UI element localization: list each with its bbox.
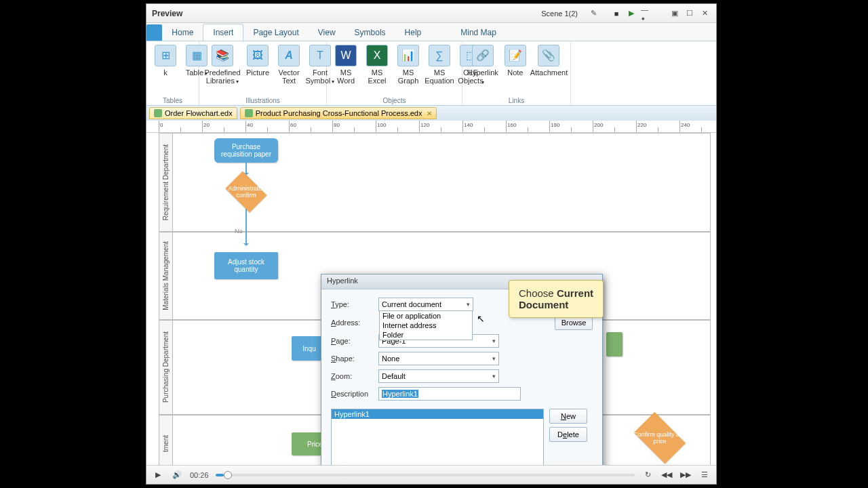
btn-ms-word[interactable]: WMS Word (331, 43, 361, 96)
close-icon[interactable]: ✕ (427, 110, 432, 117)
type-label: Type: (331, 300, 378, 308)
tab-symbols[interactable]: Symbols (345, 24, 395, 41)
preview-window: Preview Scene 1(2) ✎ ■ ▶ —⬥ ▣ ☐ ✕ Home I… (146, 3, 717, 485)
shape-green[interactable] (606, 332, 623, 357)
shape-select[interactable]: None (378, 352, 499, 365)
btn-ms-excel[interactable]: XMS Excel (362, 43, 392, 96)
canvas[interactable]: tmentPurchasing DepartmentMaterials Mana… (146, 133, 716, 466)
doctab-order[interactable]: Order Flowchart.edx (149, 107, 237, 119)
connector (245, 209, 247, 245)
group-objects: Objects (331, 96, 458, 105)
playback-bar: ▶ 🔊 00:26 ↻ ◀◀ ▶▶ ☰ (146, 465, 716, 484)
btn-predefined-libraries[interactable]: 📚Predefined Libraries (203, 43, 241, 96)
shape-admin[interactable]: Administrator confirm (222, 175, 270, 209)
list-item[interactable]: Hyperlink1 (332, 409, 543, 419)
prev-icon[interactable]: ◀◀ (660, 469, 673, 481)
next-icon[interactable]: ▶▶ (679, 469, 692, 481)
document-tabs: Order Flowchart.edx Product Purchasing C… (146, 106, 716, 121)
edit-icon[interactable]: ✎ (587, 7, 599, 20)
type-option[interactable]: Internet address (380, 321, 472, 330)
btn-vector-text[interactable]: AVector Text (274, 43, 304, 96)
btn-note[interactable]: 📝Note (500, 43, 530, 96)
btn-attachment[interactable]: 📎Attachment (532, 43, 566, 96)
shape-label: Shape: (331, 354, 378, 363)
new-button[interactable]: New (549, 409, 587, 424)
page-label: Page: (331, 337, 378, 345)
play-icon[interactable]: ▶ (625, 7, 637, 20)
zoom-select[interactable]: Default (378, 369, 499, 383)
shape-adjust[interactable]: Adjust stock quantity (214, 252, 278, 279)
ribbon: Home Insert Page Layout View Symbols Hel… (146, 23, 716, 106)
doctab-product[interactable]: Product Purchasing Cross-Functional Proc… (240, 107, 437, 119)
window-icon[interactable]: ▣ (669, 7, 681, 20)
shape-purchase[interactable]: Purchase requisition paper (214, 138, 278, 163)
tab-insert[interactable]: Insert (203, 24, 243, 41)
play-button[interactable]: ▶ (152, 469, 164, 481)
seek-bar[interactable] (216, 474, 635, 476)
scene-label: Scene 1(2) (541, 9, 578, 18)
tab-home[interactable]: Home (162, 24, 203, 41)
ribbon-tabs: Home Insert Page Layout View Symbols Hel… (146, 23, 716, 41)
delete-button[interactable]: Delete (549, 427, 587, 442)
btn-ms-graph[interactable]: 📊MS Graph (393, 43, 423, 96)
btn-hyperlink[interactable]: 🔗Hyperlink (467, 43, 499, 96)
volume-icon[interactable]: 🔊 (171, 469, 183, 481)
label-no: No (235, 228, 243, 235)
type-option[interactable]: File or application (380, 311, 472, 321)
tab-mindmap[interactable]: Mind Map (451, 24, 506, 41)
btn-k[interactable]: ⊞k (151, 43, 180, 96)
address-label: Address: (331, 319, 378, 327)
group-tables: Tables (151, 96, 195, 105)
maximize-icon[interactable]: ☐ (684, 7, 696, 20)
hyperlink-list[interactable]: Hyperlink1 (331, 409, 544, 466)
group-links: Links (467, 96, 566, 105)
desc-label: Description (331, 390, 378, 398)
tab-view[interactable]: View (309, 24, 345, 41)
slider-icon[interactable]: —⬥ (640, 7, 652, 20)
btn-picture[interactable]: 🖼Picture (243, 43, 273, 96)
type-option[interactable]: Folder (380, 330, 472, 340)
file-tab[interactable] (146, 24, 162, 41)
tab-help[interactable]: Help (395, 24, 431, 41)
type-select[interactable]: Current document File or application Int… (378, 298, 473, 311)
desc-input[interactable]: Hyperlink1 (378, 387, 521, 401)
titlebar: Preview Scene 1(2) ✎ ■ ▶ —⬥ ▣ ☐ ✕ (146, 4, 716, 23)
tutorial-tooltip: Choose Current Document (509, 280, 604, 318)
group-illustrations: Illustrations (203, 96, 322, 105)
loop-icon[interactable]: ↻ (642, 469, 654, 481)
playback-time: 00:26 (190, 471, 209, 479)
zoom-label: Zoom: (331, 372, 378, 380)
stop-icon[interactable]: ■ (610, 7, 623, 20)
close-icon[interactable]: ✕ (698, 7, 711, 20)
connector (245, 163, 247, 175)
btn-ms-equation[interactable]: ∑MS Equation (425, 43, 454, 96)
list-icon[interactable]: ☰ (698, 469, 711, 481)
type-dropdown: File or application Internet address Fol… (379, 311, 473, 340)
ribbon-content: ⊞k ▦Table Tables 📚Predefined Libraries 🖼… (146, 41, 716, 105)
horizontal-ruler: 020406080100120140160180200220240 (146, 121, 716, 133)
window-title: Preview (152, 9, 182, 18)
tab-page-layout[interactable]: Page Layout (243, 24, 308, 41)
shape-confirm[interactable]: Confirm quality and price (629, 418, 690, 458)
